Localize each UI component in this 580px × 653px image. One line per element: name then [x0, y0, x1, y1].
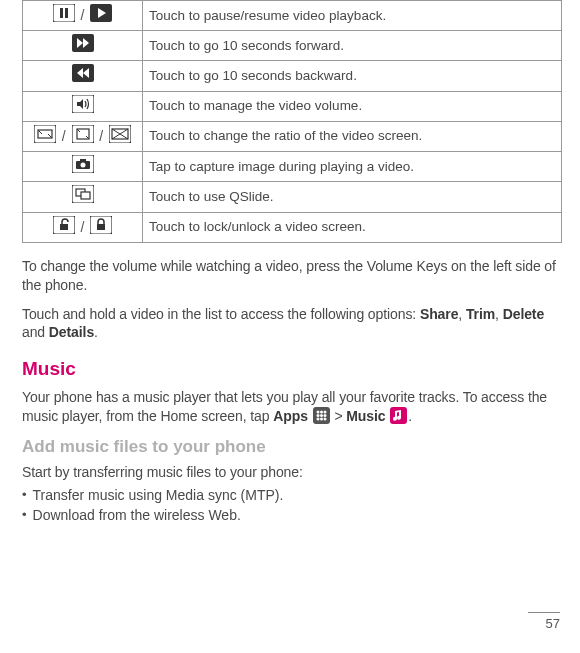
music-nav-label: Music [346, 408, 385, 424]
apps-label: Apps [273, 408, 308, 424]
table-row: Touch to go 10 seconds forward. [23, 31, 562, 61]
icon-cell-forward [23, 31, 143, 61]
separator-slash: / [62, 127, 66, 146]
rewind-icon [72, 64, 94, 87]
option-delete: Delete [503, 306, 544, 322]
svg-point-39 [323, 410, 326, 413]
table-row: Touch to go 10 seconds backward. [23, 61, 562, 91]
apps-icon [313, 407, 330, 424]
aspect-ratio-2-icon [72, 125, 94, 148]
volume-note: To change the volume while watching a vi… [22, 257, 562, 295]
icon-cell-ratio: / / [23, 121, 143, 151]
text: . [94, 324, 98, 340]
aspect-ratio-1-icon [34, 125, 56, 148]
svg-point-38 [320, 410, 323, 413]
bullet-text: Download from the wireless Web. [33, 506, 241, 525]
svg-point-41 [320, 414, 323, 417]
desc-forward: Touch to go 10 seconds forward. [143, 31, 562, 61]
pause-icon [53, 4, 75, 27]
list-item: • Transfer music using Media sync (MTP). [22, 486, 562, 505]
transfer-intro: Start by transferring music files to you… [22, 463, 562, 482]
option-trim: Trim [466, 306, 495, 322]
svg-point-45 [323, 417, 326, 420]
svg-rect-0 [53, 4, 75, 22]
icon-cell-volume [23, 91, 143, 121]
bullet-dot: • [22, 486, 27, 505]
table-row: / / Touch to change the ratio of the vid… [23, 121, 562, 151]
page-number: 57 [528, 612, 560, 633]
table-row: / Touch to lock/unlock a video screen. [23, 212, 562, 242]
text: and [22, 324, 49, 340]
icon-cell-lock: / [23, 212, 143, 242]
desc-capture: Tap to capture image during playing a vi… [143, 152, 562, 182]
svg-point-37 [316, 410, 319, 413]
qslide-icon [72, 185, 94, 208]
fast-forward-icon [72, 34, 94, 57]
table-row: Touch to use QSlide. [23, 182, 562, 212]
video-controls-table: / Touch to pause/resume video playback. … [22, 0, 562, 243]
desc-pause-play: Touch to pause/resume video playback. [143, 1, 562, 31]
separator-slash: / [81, 6, 85, 25]
svg-rect-33 [60, 224, 68, 230]
option-details: Details [49, 324, 94, 340]
svg-point-28 [80, 163, 85, 168]
svg-rect-2 [65, 8, 68, 18]
music-intro: Your phone has a music player that lets … [22, 388, 562, 426]
bullet-dot: • [22, 506, 27, 525]
svg-point-40 [316, 414, 319, 417]
desc-ratio: Touch to change the ratio of the video s… [143, 121, 562, 151]
svg-rect-35 [97, 224, 105, 230]
text: , [495, 306, 503, 322]
aspect-ratio-3-icon [109, 125, 131, 148]
desc-volume: Touch to manage the video volume. [143, 91, 562, 121]
svg-rect-46 [390, 407, 407, 424]
desc-lock: Touch to lock/unlock a video screen. [143, 212, 562, 242]
svg-rect-31 [81, 192, 90, 199]
long-press-note: Touch and hold a video in the list to ac… [22, 305, 562, 343]
option-share: Share [420, 306, 458, 322]
svg-rect-17 [72, 125, 94, 143]
lock-icon [90, 216, 112, 239]
bullet-list: • Transfer music using Media sync (MTP).… [22, 486, 562, 526]
volume-icon [72, 95, 94, 118]
svg-point-43 [316, 417, 319, 420]
music-heading: Music [22, 356, 562, 382]
svg-rect-27 [80, 159, 86, 162]
icon-cell-backward [23, 61, 143, 91]
svg-point-44 [320, 417, 323, 420]
text: > [331, 408, 347, 424]
camera-icon [72, 155, 94, 178]
bullet-text: Transfer music using Media sync (MTP). [33, 486, 284, 505]
svg-point-42 [323, 414, 326, 417]
separator-slash: / [81, 218, 85, 237]
music-icon [390, 407, 407, 424]
text: . [408, 408, 412, 424]
icon-cell-pause-play: / [23, 1, 143, 31]
play-icon [90, 4, 112, 27]
separator-slash: / [99, 127, 103, 146]
text: Touch and hold a video in the list to ac… [22, 306, 420, 322]
svg-rect-13 [34, 125, 56, 143]
add-music-heading: Add music files to your phone [22, 436, 562, 459]
unlock-icon [53, 216, 75, 239]
icon-cell-capture [23, 152, 143, 182]
text: , [458, 306, 466, 322]
table-row: / Touch to pause/resume video playback. [23, 1, 562, 31]
desc-qslide: Touch to use QSlide. [143, 182, 562, 212]
table-row: Tap to capture image during playing a vi… [23, 152, 562, 182]
table-row: Touch to manage the video volume. [23, 91, 562, 121]
svg-rect-1 [60, 8, 63, 18]
list-item: • Download from the wireless Web. [22, 506, 562, 525]
desc-backward: Touch to go 10 seconds backward. [143, 61, 562, 91]
icon-cell-qslide [23, 182, 143, 212]
